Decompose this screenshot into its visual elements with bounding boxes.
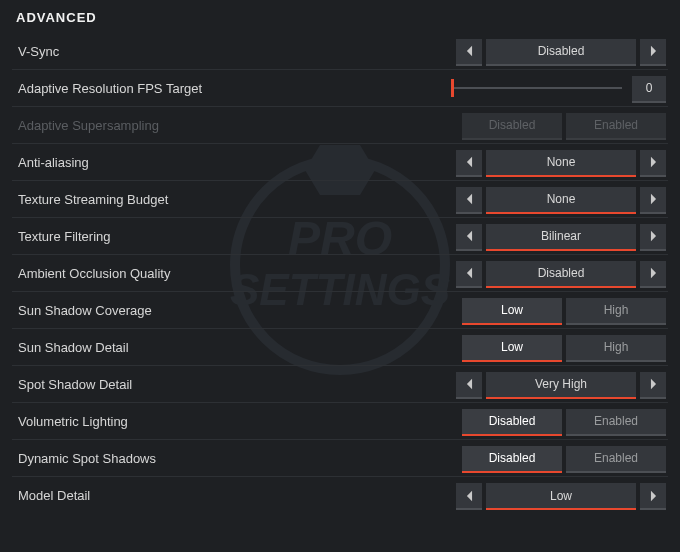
vsync-value[interactable]: Disabled [486,39,636,64]
aa-value[interactable]: None [486,150,636,175]
label-adaptive-fps: Adaptive Resolution FPS Target [14,70,451,106]
dyn-spot-enabled-button[interactable]: Enabled [566,446,666,471]
sun-detail-high-button[interactable]: High [566,335,666,360]
row-adaptive-ss: Adaptive Supersampling Disabled Enabled [12,107,668,144]
row-sun-cov: Sun Shadow Coverage Low High [12,292,668,329]
vsync-value-text: Disabled [538,44,585,58]
row-texture-filter: Texture Filtering Bilinear [12,218,668,255]
model-value-text: Low [550,489,572,503]
adaptive-ss-disabled-button: Disabled [462,113,562,138]
vol-light-disabled-button[interactable]: Disabled [462,409,562,434]
texture-stream-prev-button[interactable] [456,187,482,212]
texture-stream-value[interactable]: None [486,187,636,212]
slider-handle-icon[interactable] [451,79,454,97]
label-vsync: V-Sync [14,33,451,69]
spot-detail-value-text: Very High [535,377,587,391]
vsync-next-button[interactable] [640,39,666,64]
model-value[interactable]: Low [486,483,636,508]
row-model: Model Detail Low [12,477,668,514]
aa-value-text: None [547,155,576,169]
row-dyn-spot: Dynamic Spot Shadows Disabled Enabled [12,440,668,477]
texture-filter-prev-button[interactable] [456,224,482,249]
texture-filter-next-button[interactable] [640,224,666,249]
sun-cov-low-button[interactable]: Low [462,298,562,323]
ao-value[interactable]: Disabled [486,261,636,286]
model-prev-button[interactable] [456,483,482,508]
spot-detail-next-button[interactable] [640,372,666,397]
adaptive-fps-value[interactable]: 0 [632,76,666,101]
aa-prev-button[interactable] [456,150,482,175]
texture-stream-next-button[interactable] [640,187,666,212]
label-sun-cov: Sun Shadow Coverage [14,292,451,328]
texture-filter-value-text: Bilinear [541,229,581,243]
vsync-prev-button[interactable] [456,39,482,64]
label-spot-detail: Spot Shadow Detail [14,366,451,402]
label-vol-light: Volumetric Lighting [14,403,451,439]
label-model: Model Detail [14,477,451,514]
row-aa: Anti-aliasing None [12,144,668,181]
label-ao: Ambient Occlusion Quality [14,255,451,291]
aa-next-button[interactable] [640,150,666,175]
ao-next-button[interactable] [640,261,666,286]
row-texture-stream: Texture Streaming Budget None [12,181,668,218]
row-spot-detail: Spot Shadow Detail Very High [12,366,668,403]
label-aa: Anti-aliasing [14,144,451,180]
vol-light-enabled-button[interactable]: Enabled [566,409,666,434]
ao-value-text: Disabled [538,266,585,280]
label-texture-stream: Texture Streaming Budget [14,181,451,217]
label-texture-filter: Texture Filtering [14,218,451,254]
row-adaptive-fps: Adaptive Resolution FPS Target 0 [12,70,668,107]
label-dyn-spot: Dynamic Spot Shadows [14,440,451,476]
row-sun-detail: Sun Shadow Detail Low High [12,329,668,366]
sun-detail-low-button[interactable]: Low [462,335,562,360]
row-ao: Ambient Occlusion Quality Disabled [12,255,668,292]
section-title: ADVANCED [12,8,668,33]
row-vol-light: Volumetric Lighting Disabled Enabled [12,403,668,440]
adaptive-fps-slider[interactable] [451,76,622,101]
sun-cov-high-button[interactable]: High [566,298,666,323]
model-next-button[interactable] [640,483,666,508]
texture-stream-value-text: None [547,192,576,206]
dyn-spot-disabled-button[interactable]: Disabled [462,446,562,471]
row-vsync: V-Sync Disabled [12,33,668,70]
adaptive-ss-enabled-button: Enabled [566,113,666,138]
texture-filter-value[interactable]: Bilinear [486,224,636,249]
spot-detail-value[interactable]: Very High [486,372,636,397]
ao-prev-button[interactable] [456,261,482,286]
spot-detail-prev-button[interactable] [456,372,482,397]
label-sun-detail: Sun Shadow Detail [14,329,451,365]
label-adaptive-ss: Adaptive Supersampling [14,107,451,143]
